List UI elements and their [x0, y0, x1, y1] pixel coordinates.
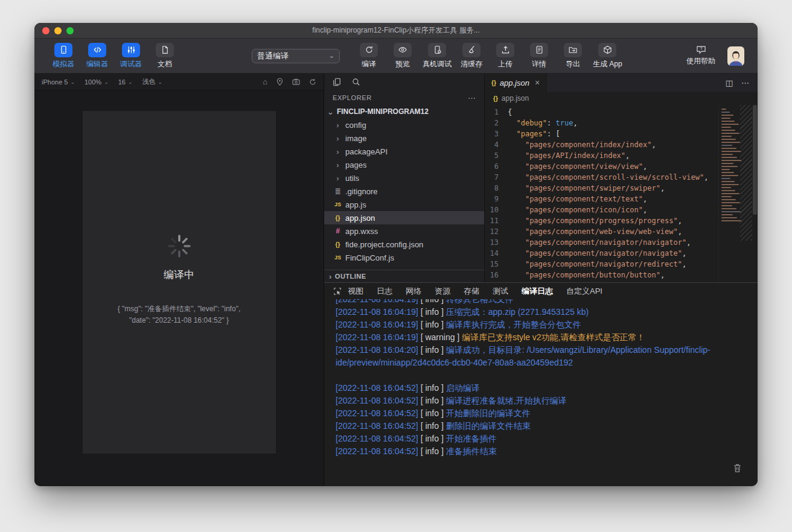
log-message: 编译库已支持style v2功能,请检查样式是否正常！ — [462, 332, 645, 342]
explorer-item-fide.project.config.json[interactable]: {}fide.project.config.json — [324, 238, 484, 251]
tab-app-json[interactable]: {} app.json × — [485, 74, 547, 92]
close-tab-icon[interactable]: × — [535, 78, 540, 87]
minimize-window-button[interactable] — [54, 27, 62, 34]
user-avatar[interactable] — [727, 46, 744, 66]
log-timestamp: [2022-11-08 16:04:52] — [336, 396, 421, 405]
log-message: 编译进程准备就绪,开始执行编译 — [446, 396, 567, 405]
simulator-button[interactable]: 模拟器 — [48, 43, 79, 69]
generate-app-button[interactable]: 生成 App — [591, 43, 624, 69]
upload-button[interactable]: 上传 — [490, 43, 521, 69]
home-icon[interactable]: ⌂ — [263, 77, 267, 86]
chevron-down-icon: ⌄ — [70, 79, 75, 85]
explorer-item-pages[interactable]: ›pages — [324, 158, 484, 171]
log-timestamp: [2022-11-08 16:04:20] — [336, 345, 421, 355]
line-number: 16 — [485, 270, 508, 280]
console-tab-资源[interactable]: 资源 — [435, 286, 450, 297]
console-tab-视图[interactable]: 视图 — [348, 286, 363, 297]
log-message: 启动编译 — [446, 383, 480, 393]
console-tab-网络[interactable]: 网络 — [406, 286, 421, 297]
code-line: 4 "pages/component/index/index", — [485, 139, 718, 150]
explorer-item-utils[interactable]: ›utils — [324, 171, 484, 185]
copy-pages-icon[interactable] — [333, 78, 341, 86]
log-timestamp: [2022-11-08 16:04:52] — [336, 434, 421, 443]
search-icon[interactable] — [352, 78, 360, 86]
docs-label: 文档 — [158, 59, 172, 69]
console-tab-自定义API[interactable]: 自定义API — [566, 286, 602, 297]
explorer-item-config[interactable]: ›config — [324, 118, 484, 131]
more-actions-icon[interactable]: ⋯ — [741, 78, 749, 87]
explorer-root[interactable]: ⌄ FINCLIP-MINIPROGRAM12 — [324, 105, 484, 118]
screenshot-icon[interactable] — [292, 78, 300, 85]
minimap-hatch — [740, 105, 752, 241]
log-level: [ warning ] — [421, 332, 462, 342]
simulator-panel: iPhone 5 ⌄ 100% ⌄ 16 ⌄ 浅色 ⌄ — [34, 74, 324, 486]
explorer-item-app.wxss[interactable]: #app.wxss — [324, 224, 484, 238]
line-number: 1 — [485, 107, 508, 118]
code-line: 11 "pages/component/progress/progress", — [485, 215, 718, 226]
line-content: "pages/component/checkbox/checkbox", — [508, 280, 682, 282]
file-name: .gitignore — [345, 187, 377, 196]
log-level: [ info ] — [421, 345, 446, 355]
simulator-label: 模拟器 — [53, 59, 74, 69]
explorer-item-app.json[interactable]: {}app.json — [324, 211, 484, 224]
log-level: [ info ] — [421, 408, 446, 418]
file-name: packageAPI — [345, 147, 388, 156]
inspect-element-icon[interactable] — [333, 287, 342, 296]
font-size-select[interactable]: 16 ⌄ — [118, 78, 133, 86]
explorer-item-packageAPI[interactable]: ›packageAPI — [324, 145, 484, 158]
chevron-right-icon: › — [333, 174, 342, 183]
close-window-button[interactable] — [42, 27, 50, 34]
console-tab-日志[interactable]: 日志 — [377, 286, 392, 297]
log-timestamp: [2022-11-08 16:04:52] — [336, 446, 421, 456]
compile-mode-select[interactable]: 普通编译 ⌄ — [252, 49, 340, 63]
line-content: "pages/API/index/index", — [508, 150, 630, 161]
outline-section[interactable]: › OUTLINE — [324, 270, 484, 282]
debugger-button[interactable]: 调试器 — [115, 43, 147, 69]
scrollbar-thumb[interactable] — [753, 105, 757, 215]
device-screen[interactable]: 编译中 { "msg": "准备插件结束", "level": "info", … — [83, 111, 276, 454]
details-button[interactable]: 详情 — [523, 43, 555, 69]
log-line: [2022-11-08 16:04:52] [ info ] 启动编译 — [336, 382, 746, 394]
split-editor-icon[interactable]: ◫ — [726, 78, 733, 87]
theme-select[interactable]: 浅色 ⌄ — [142, 77, 162, 86]
explorer-item-image[interactable]: ›image — [324, 131, 484, 145]
explorer-item-app.js[interactable]: JSapp.js — [324, 198, 484, 211]
console-tab-存储[interactable]: 存储 — [464, 286, 479, 297]
code-lines[interactable]: 1{2 "debug": true,3 "pages": [4 "pages/c… — [485, 105, 718, 282]
log-level: [ info ] — [421, 434, 446, 443]
sliders-icon — [122, 43, 140, 57]
line-number: 3 — [485, 128, 508, 139]
console-tab-编译日志[interactable]: 编译日志 — [522, 286, 553, 297]
explorer-item-FinClipConf.js[interactable]: JSFinClipConf.js — [324, 251, 484, 264]
code-line: 14 "pages/component/navigator/navigate", — [485, 248, 718, 259]
more-actions-icon[interactable]: ⋯ — [468, 93, 476, 103]
log-area[interactable]: [2022-11-08 16:04:19] [ info ] 转移其它格式文件[… — [324, 299, 758, 486]
device-select[interactable]: iPhone 5 ⌄ — [42, 78, 75, 86]
zoom-window-button[interactable] — [66, 27, 74, 34]
log-message: 转移其它格式文件 — [446, 299, 514, 304]
breadcrumb-file: app.json — [502, 94, 529, 103]
export-button[interactable]: 导出 — [557, 43, 589, 69]
log-timestamp: [2022-11-08 16:04:52] — [336, 408, 421, 418]
preview-button[interactable]: 预览 — [387, 43, 418, 69]
log-level: [ info ] — [421, 396, 446, 405]
device-debug-button[interactable]: 真机调试 — [421, 43, 453, 69]
console-tab-测试[interactable]: 测试 — [493, 286, 508, 297]
line-content: "pages/component/button/button", — [508, 270, 665, 280]
explorer-panel: EXPLORER ⋯ ⌄ FINCLIP-MINIPROGRAM12 ›conf… — [324, 74, 485, 282]
breadcrumb[interactable]: {} app.json — [485, 92, 758, 105]
minimap[interactable] — [718, 105, 752, 282]
compile-button[interactable]: 编译 — [353, 43, 385, 69]
docs-button[interactable]: 文档 — [149, 43, 180, 69]
rotate-icon[interactable] — [309, 78, 316, 86]
editor-scrollbar[interactable] — [752, 105, 758, 282]
file-name: app.wxss — [345, 227, 378, 236]
help-button[interactable]: ? 使用帮助 — [686, 45, 715, 66]
editor-button[interactable]: 编辑器 — [81, 43, 113, 69]
zoom-select[interactable]: 100% ⌄ — [85, 78, 109, 86]
mode-buttons: 模拟器 编辑器 调试器 — [48, 43, 180, 69]
clear-cache-button[interactable]: 清缓存 — [456, 43, 487, 69]
location-icon[interactable] — [276, 78, 283, 86]
explorer-item-.gitignore[interactable]: ≣.gitignore — [324, 185, 484, 198]
clear-log-icon[interactable] — [733, 463, 742, 473]
